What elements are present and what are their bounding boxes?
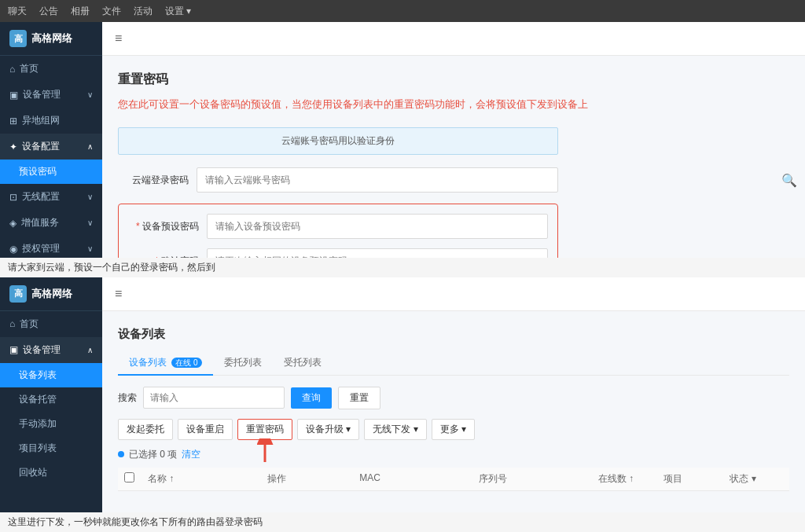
top-menu-file[interactable]: 文件 [102,5,121,18]
red-arrow-icon [245,438,285,462]
col-serial: 序列号 [472,472,592,486]
tab-trustee-list[interactable]: 受托列表 [273,351,333,376]
auth-icon: ◉ [9,244,17,255]
tab-entrust-list[interactable]: 委托列表 [213,351,273,376]
logo-icon-2: 高 [9,285,27,303]
sidebar-item-device-mgmt[interactable]: ▣ 设备管理 ∨ [0,82,102,108]
sidebar-home-label: 首页 [20,62,39,75]
chevron-up-icon: ∧ [87,142,93,151]
main-content-1: ≡ 重置密码 您在此可设置一个设备密码的预设值，当您使用设备列表中的重置密码功能… [102,22,805,258]
device-icon: ▣ [9,90,18,101]
col-online[interactable]: 在线数 ↑ [592,472,658,486]
chevron-up-icon-2: ∧ [87,346,93,354]
sidebar2-home-label: 首页 [20,317,39,331]
reset-button[interactable]: 重置 [338,387,380,409]
form-group-cloud-pwd: 云端登录密码 [118,167,558,193]
top-menu-bar: 聊天 公告 相册 文件 活动 设置 ▾ [0,0,805,22]
action-wireless[interactable]: 无线下发 ▾ [364,419,426,440]
sidebar-item-home[interactable]: ⌂ 首页 [0,56,102,82]
action-row: 发起委托 设备重启 重置密码 [118,419,789,440]
between-text: 请大家到云端，预设一个自己的登录密码，然后到 [0,258,805,277]
top-menu-chat[interactable]: 聊天 [8,5,27,18]
tab-device-list[interactable]: 设备列表 在线 0 [118,351,213,376]
search-button[interactable]: 查询 [291,387,332,409]
input-confirm-pwd[interactable] [207,248,548,258]
chevron-down-icon: ∨ [87,90,93,99]
sidebar-item-wireless-config[interactable]: ⊡ 无线配置 ∨ [0,184,102,210]
content-header-1: ≡ [102,22,805,56]
selected-info: 已选择 0 项 清空 [118,448,789,461]
col-status[interactable]: 状态 ▾ [723,472,789,486]
search-icon: 🔍 [781,173,797,188]
action-reset-pwd[interactable]: 重置密码 [237,419,292,440]
sidebar2-home[interactable]: ⌂ 首页 [0,311,102,337]
sidebar2-project-list-label: 项目列表 [19,442,57,455]
selected-count: 已选择 0 项 [129,448,177,461]
action-more[interactable]: 更多 ▾ [432,419,475,440]
sidebar-vip-label: 增值服务 [21,216,59,229]
panel-1: 高 高格网络 ⌂ 首页 ▣ 设备管理 ∨ ⊞ 异地组网 ✦ [0,22,805,258]
top-menu-settings[interactable]: 设置 ▾ [165,5,191,18]
hamburger-icon-1[interactable]: ≡ [115,31,122,46]
device-icon-2: ▣ [9,344,18,355]
col-op: 操作 [261,472,354,486]
hint-box: 云端账号密码用以验证身份 [118,127,558,155]
input-cloud-pwd[interactable] [197,167,558,193]
clear-selection-link[interactable]: 清空 [182,448,200,461]
action-entrust[interactable]: 发起委托 [118,419,173,440]
table-header: 名称 ↑ 操作 MAC 序列号 在线数 ↑ 项目 状态 ▾ [118,468,789,491]
sidebar2-device-mgmt[interactable]: ▣ 设备管理 ∧ [0,337,102,363]
sidebar-item-preset-password[interactable]: 预设密码 [0,160,102,184]
select-all-checkbox[interactable] [124,472,134,482]
sidebar2-manual-add[interactable]: 手动添加 [0,412,102,436]
sidebar2-recycle-label: 回收站 [19,466,47,479]
col-check [118,472,142,486]
logo-text-2: 高格网络 [31,287,72,301]
sidebar-1: 高 高格网络 ⌂ 首页 ▣ 设备管理 ∨ ⊞ 异地组网 ✦ [0,22,102,258]
search-input[interactable] [143,387,285,409]
form-group-device-pwd: 设备预设密码 [128,214,548,239]
home-icon: ⌂ [9,64,15,75]
sidebar2-device-list-label: 设备列表 [19,369,57,382]
action-upgrade[interactable]: 设备升级 ▾ [297,419,359,440]
col-mac: MAC [353,472,472,486]
label-device-pwd: 设备预设密码 [128,220,207,233]
sidebar2-recycle[interactable]: 回收站 [0,460,102,485]
hamburger-icon-2[interactable]: ≡ [115,287,122,301]
tabs-row: 设备列表 在线 0 委托列表 受托列表 [118,351,789,376]
form-group-confirm-pwd: 确认密码 [128,248,548,258]
col-name[interactable]: 名称 ↑ [142,472,261,486]
blue-dot-icon [118,451,124,457]
sidebar-item-remote-network[interactable]: ⊞ 异地组网 [0,108,102,134]
sidebar2-manual-add-label: 手动添加 [19,417,57,431]
input-device-pwd[interactable] [207,214,548,239]
sidebar-item-device-config[interactable]: ✦ 设备配置 ∧ [0,134,102,160]
sidebar-nav-2: ⌂ 首页 ▣ 设备管理 ∧ 设备列表 设备托管 手动添加 [0,311,102,513]
vip-icon: ◈ [9,218,17,229]
sidebar2-device-list[interactable]: 设备列表 [0,363,102,387]
top-menu-notice[interactable]: 公告 [39,5,58,18]
action-reboot[interactable]: 设备重启 [178,419,233,440]
sidebar-nav-1: ⌂ 首页 ▣ 设备管理 ∨ ⊞ 异地组网 ✦ 设备配置 ∧ [0,56,102,258]
sidebar-auth-label: 授权管理 [22,242,60,255]
sidebar2-device-trust[interactable]: 设备托管 [0,387,102,412]
sidebar-item-vip-service[interactable]: ◈ 增值服务 ∨ [0,210,102,236]
search-label: 搜索 [118,391,137,405]
network-icon: ⊞ [9,116,17,127]
top-menu-activity[interactable]: 活动 [134,5,153,18]
sidebar2-project-list[interactable]: 项目列表 [0,436,102,460]
top-menu-album[interactable]: 相册 [71,5,90,18]
sidebar-item-auth-mgmt[interactable]: ◉ 授权管理 ∨ [0,236,102,258]
sidebar-preset-label: 预设密码 [19,165,57,178]
wifi-icon: ⊡ [9,192,17,203]
info-text-1: 您在此可设置一个设备密码的预设值，当您使用设备列表中的重置密码功能时，会将预设值… [118,97,789,112]
sidebar-logo-2: 高 高格网络 [0,277,102,311]
reset-pwd-container: 重置密码 [237,419,292,440]
panels-container: 高 高格网络 ⌂ 首页 ▣ 设备管理 ∨ ⊞ 异地组网 ✦ [0,22,805,532]
error-box: 设备预设密码 确认密码 [118,204,558,258]
chevron-down-icon-2: ∨ [87,193,93,201]
sidebar2-device-trust-label: 设备托管 [19,393,57,406]
search-row: 搜索 查询 重置 [118,387,789,409]
main-content-2: ≡ 设备列表 设备列表 在线 0 委托列表 受托列表 搜索 查询 [102,277,805,513]
panel-2: 高 高格网络 ⌂ 首页 ▣ 设备管理 ∧ 设备列表 设备托管 [0,277,805,513]
